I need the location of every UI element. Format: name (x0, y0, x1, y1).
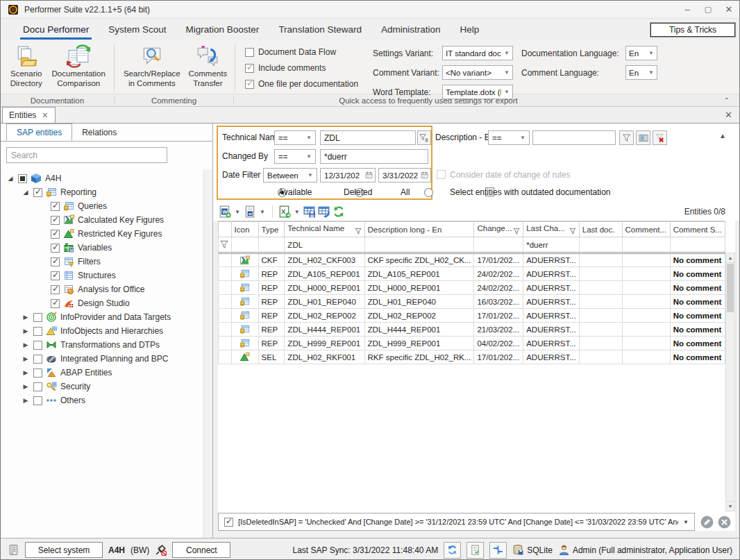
search-replace-comments-button[interactable]: Search/Replace in Comments (119, 43, 185, 90)
sidebar-scrollbar[interactable] (203, 169, 212, 538)
checkbox[interactable] (33, 188, 42, 197)
close-tab-icon[interactable]: ✕ (42, 111, 48, 120)
search-input[interactable] (6, 147, 167, 163)
tree-item-analysis-for-office[interactable]: Analysis for Office (1, 282, 212, 296)
tree-item-a4h[interactable]: ◢A4H (1, 171, 212, 185)
expander-icon[interactable]: ▶ (22, 328, 30, 334)
table-row[interactable]: REPZDL_H01_REP040ZDL_H01_REP04016/03/202… (219, 295, 725, 309)
col-description[interactable]: Description long - En (364, 222, 474, 237)
grid-filter-row[interactable]: ZDL *duerr (219, 237, 725, 253)
comment-variant-select[interactable]: <No variant>▼ (442, 65, 513, 80)
tree-item-infoprovider[interactable]: ▶InfoProvider and Data Targets (1, 310, 212, 324)
menu-tab-help[interactable]: Help (450, 20, 489, 40)
date-to-input[interactable]: 3/31/2022 (378, 168, 431, 183)
checkbox[interactable] (33, 313, 42, 322)
documentation-language-select[interactable]: En▼ (625, 46, 657, 60)
deleted-radio-label[interactable]: Deleted (344, 187, 372, 197)
tips-and-tricks-button[interactable]: Tips & Tricks (650, 23, 735, 37)
close-pane-icon[interactable]: ✕ (725, 110, 732, 120)
available-radio-label[interactable]: Available (278, 187, 312, 197)
description-filter-input[interactable] (532, 130, 616, 145)
sync-settings-button[interactable] (489, 542, 507, 559)
grid-header-row[interactable]: Icon Type Technical Name Description lon… (219, 222, 725, 237)
menu-tab-system-scout[interactable]: System Scout (99, 20, 176, 40)
checkbox[interactable] (51, 244, 60, 253)
col-change-date[interactable]: Change... (474, 222, 523, 237)
checkbox[interactable] (51, 299, 60, 308)
expander-icon[interactable]: ▶ (22, 355, 30, 362)
table-row[interactable]: CKFZDL_H02_CKF003CKF specific ZDL_H02_CK… (219, 253, 725, 267)
expander-icon[interactable]: ▶ (22, 383, 30, 390)
checkbox[interactable] (245, 80, 254, 89)
checkbox[interactable] (245, 64, 254, 73)
changed-by-operator-select[interactable]: ==▼ (274, 149, 316, 164)
calendar-icon[interactable] (365, 171, 373, 179)
documentation-comparison-button[interactable]: Documentation Comparison (47, 43, 110, 90)
table-row[interactable]: REPZDL_H02_REP002ZDL_H02_REP00217/01/202… (219, 309, 725, 323)
checkbox[interactable] (33, 368, 42, 377)
close-button[interactable]: ✕ (718, 1, 739, 18)
col-icon[interactable]: Icon (231, 222, 258, 237)
tree-item-queries[interactable]: Queries (1, 199, 212, 213)
filter-editor-button[interactable] (636, 130, 650, 145)
tab-sap-entities[interactable]: SAP entities (6, 124, 72, 141)
checkbox[interactable] (51, 230, 60, 239)
checkbox[interactable] (51, 257, 60, 266)
tree-item-others[interactable]: ▶Others (1, 393, 212, 407)
expander-icon[interactable]: ▶ (22, 397, 30, 404)
chevron-down-icon[interactable]: ▼ (293, 209, 301, 215)
checkbox[interactable] (18, 174, 27, 183)
menu-tab-translation-steward[interactable]: Translation Steward (269, 20, 371, 40)
changed-by-filter-input[interactable] (320, 149, 428, 164)
scenario-directory-button[interactable]: Scenario Directory (5, 43, 47, 90)
tab-entities[interactable]: Entities ✕ (2, 107, 56, 123)
chevron-down-icon[interactable]: ▼ (233, 209, 242, 215)
minimize-button[interactable]: – (677, 1, 698, 18)
table-row[interactable]: SELZDL_H02_RKF001RKF specific ZDL_H02_RK… (219, 350, 725, 364)
chevron-down-icon[interactable]: ▼ (683, 519, 689, 525)
checkbox[interactable] (33, 327, 42, 336)
collapse-ribbon-icon[interactable]: ⌃ (724, 96, 730, 104)
checkbox[interactable] (33, 396, 42, 405)
refresh-icon[interactable] (333, 205, 345, 218)
settings-variant-select[interactable]: IT standard document...▼ (442, 46, 513, 60)
tree-item-restricted-key-figures[interactable]: Restricted Key Figures (1, 227, 212, 241)
tree-item-design-studio[interactable]: Design Studio (1, 296, 212, 310)
menu-tab-administration[interactable]: Administration (371, 20, 451, 40)
log-button[interactable] (466, 542, 484, 559)
menu-tab-migration-booster[interactable]: Migration Booster (176, 20, 269, 40)
table-row[interactable]: REPZDL_H000_REP001ZDL_H000_REP00124/02/2… (219, 281, 725, 295)
tree-item-infoobjects[interactable]: ▶InfoObjects and Hierarchies (1, 324, 212, 338)
checkbox[interactable] (245, 48, 254, 57)
table-row[interactable]: REPZDL_A105_REP001ZDL_A105_REP00124/02/2… (219, 267, 725, 281)
tree-item-abap-entities[interactable]: ▶ABAP Entities (1, 366, 212, 380)
col-technical-name[interactable]: Technical Name (285, 222, 364, 237)
expander-icon[interactable]: ▶ (22, 341, 30, 348)
comment-language-select[interactable]: En▼ (625, 65, 657, 80)
edit-filter-icon[interactable] (700, 516, 714, 529)
scroll-down-icon[interactable]: ▼ (726, 501, 734, 511)
maximize-button[interactable]: ▢ (698, 1, 718, 18)
col-comment[interactable]: Comment... (622, 222, 670, 237)
checkbox[interactable] (33, 382, 42, 391)
checkbox[interactable] (51, 202, 60, 211)
checkbox[interactable] (51, 271, 60, 280)
tree-item-integrated-planning[interactable]: ▶Integrated Planning and BPC (1, 352, 212, 366)
select-system-button[interactable]: Select system (25, 542, 103, 558)
description-operator-select[interactable]: ==▼ (488, 130, 530, 145)
save-layout-icon[interactable] (303, 205, 316, 218)
chevron-down-icon[interactable]: ▼ (258, 209, 267, 215)
sync-refresh-button[interactable] (444, 542, 461, 559)
comments-transfer-button[interactable]: Comments Transfer (185, 43, 230, 90)
tree-item-variables[interactable]: Variables (1, 241, 212, 255)
load-layout-icon[interactable] (318, 205, 330, 218)
word-document-icon[interactable] (244, 205, 256, 218)
checkbox[interactable] (51, 216, 60, 225)
checkbox[interactable] (33, 355, 42, 364)
expander-icon[interactable]: ◢ (6, 175, 15, 182)
table-row[interactable]: REPZDL_H444_REP001ZDL_H444_REP00121/03/2… (219, 323, 725, 337)
tree-item-filters[interactable]: Filters (1, 255, 212, 269)
expander-icon[interactable]: ◢ (22, 189, 30, 196)
technical-name-operator-select[interactable]: ==▼ (274, 130, 316, 145)
filter-cell-last-changed-by[interactable]: *duerr (523, 237, 580, 253)
